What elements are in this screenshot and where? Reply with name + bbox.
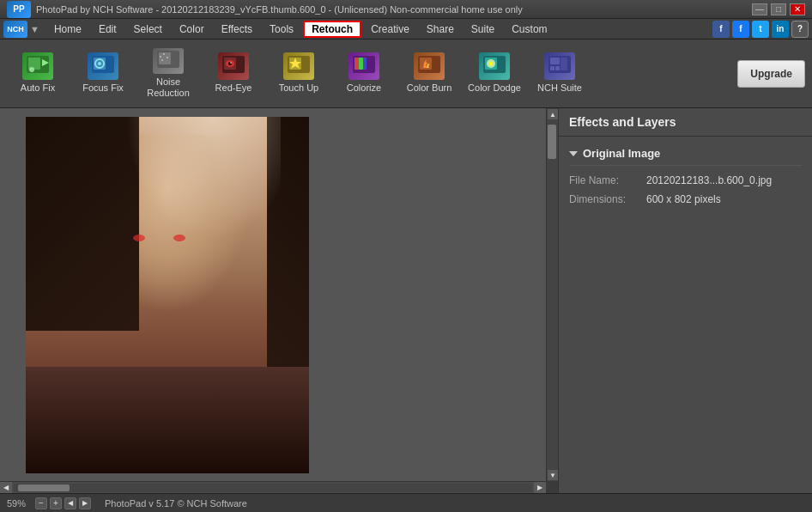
red-eye-icon: [218, 52, 249, 80]
svg-rect-26: [363, 58, 367, 70]
menu-color[interactable]: Color: [172, 21, 212, 38]
window-controls[interactable]: — □ ✕: [752, 3, 805, 15]
menu-retouch[interactable]: Retouch: [303, 21, 361, 38]
svg-rect-37: [561, 58, 567, 70]
nch-suite-icon: [544, 52, 575, 80]
tool-red-eye[interactable]: Red-Eye: [203, 44, 264, 104]
logo-arrow[interactable]: ▼: [30, 24, 39, 34]
scroll-down-button[interactable]: ▼: [547, 469, 558, 481]
menu-home[interactable]: Home: [46, 21, 89, 38]
scroll-up-button[interactable]: ▲: [547, 108, 558, 120]
facebook2-icon[interactable]: f: [732, 21, 749, 38]
menu-custom[interactable]: Custom: [504, 21, 554, 38]
section-header: Original Image: [569, 143, 802, 166]
facebook-icon[interactable]: f: [712, 21, 730, 38]
svg-rect-25: [359, 58, 363, 70]
filename-label: File Name:: [569, 174, 646, 186]
hscroll-right-button[interactable]: ▶: [534, 482, 546, 494]
zoom-in-button[interactable]: +: [50, 497, 62, 509]
color-dodge-icon: [479, 52, 510, 80]
upgrade-button[interactable]: Upgrade: [737, 60, 805, 88]
touch-up-icon: [283, 52, 314, 80]
menu-effects[interactable]: Effects: [214, 21, 260, 38]
photo: [26, 117, 309, 473]
hscroll-left-button[interactable]: ◀: [0, 482, 12, 494]
hscroll-thumb[interactable]: [18, 485, 70, 491]
menu-suite[interactable]: Suite: [464, 21, 502, 38]
menubar: NCH ▼ Home Edit Select Color Effects Too…: [0, 19, 812, 40]
menu-tools[interactable]: Tools: [262, 21, 301, 38]
tool-nch-suite[interactable]: NCH Suite: [529, 44, 591, 104]
svg-point-32: [489, 62, 493, 65]
titlebar: PP PhotoPad by NCH Software - 2012021218…: [0, 0, 812, 19]
svg-rect-11: [163, 53, 165, 55]
touch-up-label: Touch Up: [279, 82, 318, 94]
nch-suite-label: NCH Suite: [537, 82, 582, 94]
dimensions-value: 600 x 802 pixels: [646, 193, 721, 205]
social-links: f f t in ?: [712, 21, 809, 38]
svg-point-3: [29, 67, 34, 72]
main-area: ▲ ▼ ◀ ▶ Effects and Layers Original Imag…: [0, 108, 812, 493]
right-panel: Effects and Layers Original Image File N…: [558, 108, 812, 493]
svg-rect-35: [550, 66, 554, 70]
colorize-icon: [348, 52, 379, 80]
color-burn-icon: [414, 52, 445, 80]
tool-auto-fix[interactable]: Auto Fix: [7, 44, 69, 104]
menu-edit[interactable]: Edit: [91, 21, 124, 38]
menu-select[interactable]: Select: [126, 21, 170, 38]
tool-noise-reduction[interactable]: Noise Reduction: [137, 44, 199, 104]
minimize-button[interactable]: —: [752, 3, 767, 15]
panel-title: Effects and Layers: [559, 108, 812, 137]
svg-rect-34: [550, 58, 560, 64]
svg-point-18: [230, 62, 232, 64]
color-dodge-label: Color Dodge: [468, 82, 521, 94]
svg-rect-10: [160, 56, 161, 58]
nav-prev-button[interactable]: ◀: [64, 497, 76, 509]
focus-fix-icon: [88, 52, 118, 80]
twitter-icon[interactable]: t: [752, 21, 769, 38]
maximize-button[interactable]: □: [771, 3, 786, 15]
bg-light: [111, 117, 281, 259]
color-burn-label: Color Burn: [407, 82, 452, 94]
dimensions-label: Dimensions:: [569, 193, 646, 205]
tool-color-dodge[interactable]: Color Dodge: [464, 44, 525, 104]
zoom-level: 59%: [7, 498, 33, 509]
scroll-track[interactable]: [547, 120, 558, 469]
info-row-dimensions: Dimensions: 600 x 802 pixels: [569, 193, 802, 205]
focus-fix-label: Focus Fix: [82, 82, 124, 94]
close-button[interactable]: ✕: [790, 3, 805, 15]
auto-fix-label: Auto Fix: [21, 82, 55, 94]
canvas-scroll[interactable]: [0, 108, 558, 493]
tool-colorize[interactable]: Colorize: [333, 44, 395, 104]
horizontal-scrollbar[interactable]: ◀ ▶: [0, 481, 546, 493]
noise-reduction-icon: [153, 48, 184, 75]
tool-focus-fix[interactable]: Focus Fix: [72, 44, 134, 104]
zoom-out-button[interactable]: −: [35, 497, 47, 509]
tool-color-burn[interactable]: Color Burn: [398, 44, 460, 104]
help-icon[interactable]: ?: [791, 21, 809, 38]
svg-point-7: [98, 62, 101, 65]
vertical-scrollbar[interactable]: ▲ ▼: [546, 108, 558, 481]
nav-next-button[interactable]: ▶: [79, 497, 91, 509]
panel-section: Original Image File Name: 20120212183...…: [559, 137, 812, 219]
lower-body: [26, 367, 309, 474]
app-logo: PP: [7, 1, 31, 18]
nch-logo-icon: NCH: [3, 21, 27, 38]
menu-share[interactable]: Share: [419, 21, 462, 38]
image-container: [26, 117, 309, 473]
scroll-thumb[interactable]: [548, 125, 556, 159]
menu-creative[interactable]: Creative: [363, 21, 417, 38]
tool-touch-up[interactable]: Touch Up: [268, 44, 330, 104]
svg-rect-13: [161, 59, 163, 61]
title-left: PP PhotoPad by NCH Software - 2012021218…: [7, 1, 523, 18]
red-eye-label: Red-Eye: [215, 82, 252, 94]
section-triangle-icon[interactable]: [569, 151, 578, 156]
svg-rect-12: [167, 57, 168, 58]
scroll-corner: [546, 481, 558, 493]
linkedin-icon[interactable]: in: [772, 21, 789, 38]
hscroll-track[interactable]: [14, 484, 532, 492]
svg-rect-36: [555, 66, 560, 70]
title-text: PhotoPad by NCH Software - 2012021218323…: [36, 4, 523, 15]
status-text: PhotoPad v 5.17 © NCH Software: [105, 498, 247, 509]
filename-value: 20120212183...b.600_0.jpg: [646, 174, 772, 186]
